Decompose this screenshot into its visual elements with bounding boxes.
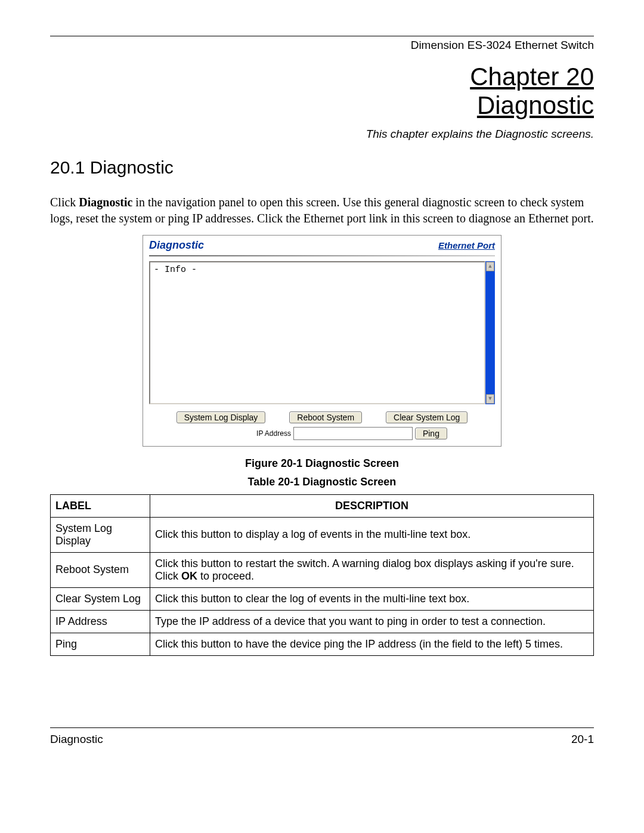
chapter-name: Diagnostic bbox=[477, 91, 594, 119]
row-label: IP Address bbox=[51, 610, 150, 633]
table-row: Reboot SystemClick this button to restar… bbox=[51, 552, 594, 587]
page-footer: Diagnostic 20-1 bbox=[50, 727, 594, 746]
row-description: Click this button to have the device pin… bbox=[150, 633, 594, 655]
row-label: Reboot System bbox=[51, 552, 150, 587]
row-description: Click this button to display a log of ev… bbox=[150, 517, 594, 552]
scrollbar[interactable]: ▲ ▼ bbox=[485, 261, 495, 404]
footer-right: 20-1 bbox=[571, 733, 594, 746]
system-log-display-button[interactable]: System Log Display bbox=[177, 411, 266, 423]
ethernet-port-link[interactable]: Ethernet Port bbox=[438, 240, 495, 250]
panel-title: Diagnostic bbox=[149, 239, 204, 252]
table-row: Clear System LogClick this button to cle… bbox=[51, 587, 594, 610]
figure-caption: Figure 20-1 Diagnostic Screen bbox=[50, 457, 594, 470]
table-row: System Log DisplayClick this button to d… bbox=[51, 517, 594, 552]
ip-address-input[interactable] bbox=[293, 427, 413, 440]
row-description: Click this button to clear the log of ev… bbox=[150, 587, 594, 610]
row-description: Click this button to restart the switch.… bbox=[150, 552, 594, 587]
reboot-system-button[interactable]: Reboot System bbox=[289, 411, 362, 423]
table-row: PingClick this button to have the device… bbox=[51, 633, 594, 655]
description-table: LABEL DESCRIPTION System Log DisplayClic… bbox=[50, 494, 594, 656]
table-caption: Table 20-1 Diagnostic Screen bbox=[50, 476, 594, 488]
diagnostic-screenshot: Diagnostic Ethernet Port - Info - ▲ ▼ Sy… bbox=[143, 235, 501, 447]
footer-left: Diagnostic bbox=[50, 733, 103, 746]
chapter-number: Chapter 20 bbox=[470, 63, 594, 91]
chapter-title: Chapter 20 Diagnostic bbox=[50, 63, 594, 120]
th-label: LABEL bbox=[51, 494, 150, 517]
doc-header: Dimension ES-3024 Ethernet Switch bbox=[50, 39, 594, 52]
panel-divider bbox=[149, 255, 495, 256]
ping-button[interactable]: Ping bbox=[415, 428, 447, 439]
chapter-subtitle: This chapter explains the Diagnostic scr… bbox=[50, 128, 594, 141]
log-textarea[interactable]: - Info - bbox=[149, 261, 485, 404]
row-label: System Log Display bbox=[51, 517, 150, 552]
clear-system-log-button[interactable]: Clear System Log bbox=[386, 411, 467, 423]
ip-address-label: IP Address bbox=[256, 429, 291, 438]
row-description: Type the IP address of a device that you… bbox=[150, 610, 594, 633]
scroll-down-icon[interactable]: ▼ bbox=[486, 394, 494, 404]
table-row: IP AddressType the IP address of a devic… bbox=[51, 610, 594, 633]
row-label: Clear System Log bbox=[51, 587, 150, 610]
row-label: Ping bbox=[51, 633, 150, 655]
th-description: DESCRIPTION bbox=[150, 494, 594, 517]
scroll-up-icon[interactable]: ▲ bbox=[486, 262, 494, 271]
section-paragraph: Click Diagnostic in the navigation panel… bbox=[50, 194, 594, 227]
section-heading: 20.1 Diagnostic bbox=[50, 157, 594, 178]
